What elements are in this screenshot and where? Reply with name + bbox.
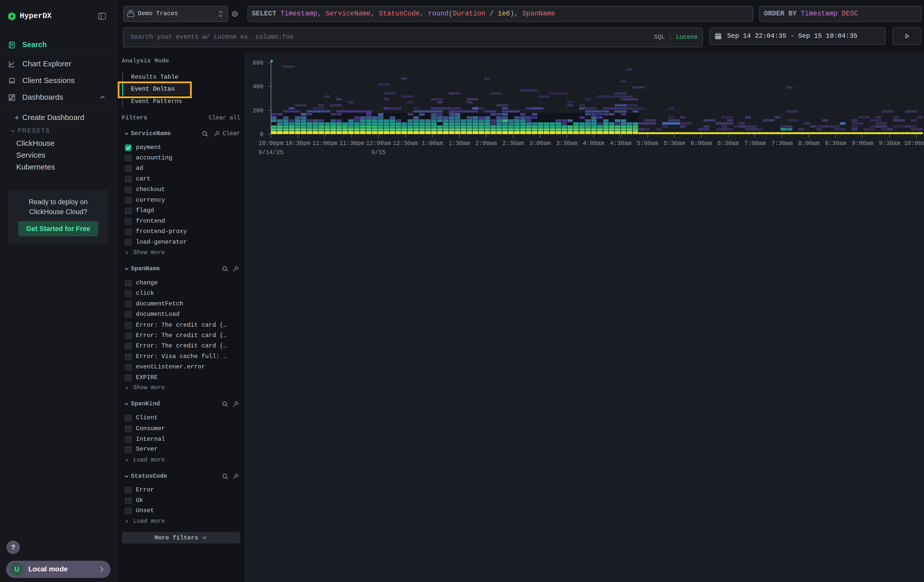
svg-text:7:00am: 7:00am <box>744 140 766 147</box>
svg-text:3:00am: 3:00am <box>529 140 551 147</box>
svg-text:9/15: 9/15 <box>371 149 386 156</box>
svg-text:5:30am: 5:30am <box>664 140 685 147</box>
svg-text:2:00am: 2:00am <box>475 140 497 147</box>
svg-text:11:00pm: 11:00pm <box>312 140 338 147</box>
svg-text:10:00am: 10:00am <box>904 140 924 147</box>
svg-text:9:30am: 9:30am <box>879 140 901 147</box>
svg-text:5:00am: 5:00am <box>637 140 658 147</box>
svg-text:3:30am: 3:30am <box>556 140 578 147</box>
svg-text:9:00am: 9:00am <box>852 140 873 147</box>
svg-text:9/14/25: 9/14/25 <box>259 149 284 156</box>
svg-text:1:00am: 1:00am <box>422 140 443 147</box>
svg-text:10:00pm: 10:00pm <box>259 140 284 147</box>
svg-text:0: 0 <box>260 131 263 138</box>
svg-text:11:30pm: 11:30pm <box>339 140 364 147</box>
svg-text:6:00am: 6:00am <box>691 140 712 147</box>
svg-text:12:30am: 12:30am <box>393 140 418 147</box>
svg-text:2:30am: 2:30am <box>502 140 524 147</box>
svg-text:12:00am: 12:00am <box>366 140 391 147</box>
svg-text:1:30am: 1:30am <box>449 140 470 147</box>
svg-text:6:30am: 6:30am <box>718 140 739 147</box>
svg-text:4:30am: 4:30am <box>610 140 632 147</box>
svg-text:8:00am: 8:00am <box>798 140 820 147</box>
svg-text:200: 200 <box>253 107 263 114</box>
svg-text:10:30pm: 10:30pm <box>285 140 310 147</box>
svg-text:600: 600 <box>253 59 263 66</box>
svg-text:7:30am: 7:30am <box>771 140 793 147</box>
svg-text:400: 400 <box>253 83 263 90</box>
svg-text:4:00am: 4:00am <box>583 140 604 147</box>
svg-text:8:30am: 8:30am <box>825 140 846 147</box>
